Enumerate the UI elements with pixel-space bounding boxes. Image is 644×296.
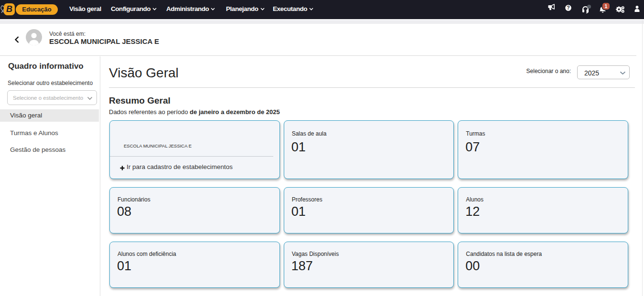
svg-text:?: ? (567, 5, 569, 11)
